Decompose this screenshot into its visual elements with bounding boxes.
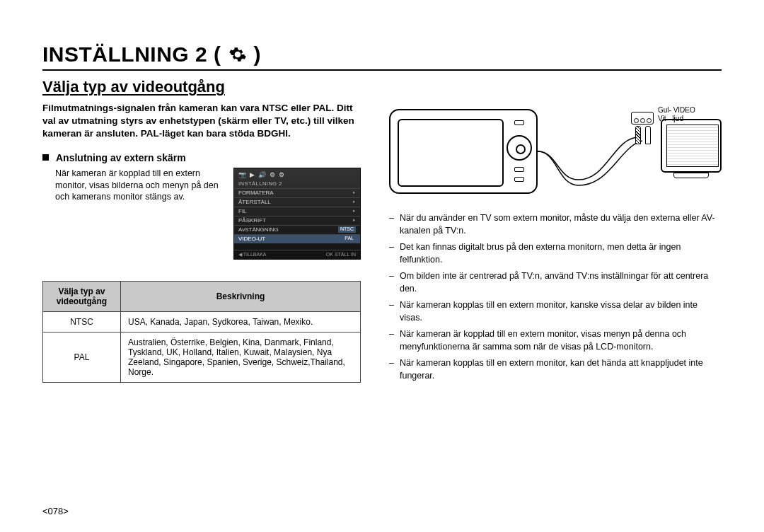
chapter-title-suffix: ) (254, 42, 262, 66)
camera-lcd (398, 119, 504, 187)
menu-item-video-ut: VIDEO-UTPAL (234, 234, 360, 243)
menu-item-aterstall: ÅTERSTÄLL▸ (234, 197, 360, 207)
camera-icon: 📷 (238, 171, 246, 178)
camera-menu-icons: 📷 ▶ 🔊 ⚙ ⚙ (234, 171, 360, 180)
play-icon: ▶ (250, 171, 255, 178)
rca-plug-white (645, 126, 651, 144)
notes-list: –När du använder en TV som extern monito… (389, 212, 722, 382)
subheading: Anslutning av extern skärm (56, 152, 186, 163)
tv-outline (661, 119, 722, 173)
chapter-title-prefix: INSTÄLLNING 2 ( (42, 42, 221, 66)
menu-item-avstangning: AvSTÄNGNINGNTSC (234, 225, 360, 234)
camera-footer-ok: OK STÄLL IN (326, 252, 356, 258)
rca-plug-yellow (635, 126, 641, 144)
tv-av-ports (631, 112, 654, 125)
table-cell-desc: Australien, Österrike, Belgien, Kina, Da… (121, 332, 361, 382)
camera-footer-back: ◀ TILLBAKA (238, 252, 267, 258)
table-row: NTSC USA, Kanada, Japan, Sydkorea, Taiwa… (43, 311, 361, 332)
list-item: –När du använder en TV som extern monito… (389, 212, 722, 237)
video-output-table: Välja typ av videoutgång Beskrivning NTS… (42, 281, 361, 383)
section-title: Välja typ av videoutgång (42, 78, 722, 96)
table-cell-option: PAL (43, 332, 121, 382)
table-cell-option: NTSC (43, 311, 121, 332)
camera-menu-screenshot: 📷 ▶ 🔊 ⚙ ⚙ INSTÄLLNING 2 FORMATERA▸ ÅTERS… (233, 168, 361, 260)
list-item: –När kameran är kopplad till en extern m… (389, 328, 722, 353)
camera-dpad (507, 135, 532, 161)
tv-stand (673, 173, 709, 178)
camera-button (514, 120, 524, 125)
camera-button (514, 177, 524, 182)
gear-icon: ⚙ (279, 171, 284, 178)
body-text: När kameran är kopplad till en extern mo… (42, 168, 225, 260)
list-item: –När kameran kopplas till en extern moni… (389, 357, 722, 382)
menu-item-formatera: FORMATERA▸ (234, 188, 360, 197)
intro-text: Filmutmatnings-signalen från kameran kan… (42, 102, 361, 141)
menu-item-paskrift: PÅSKRIFT▸ (234, 216, 360, 225)
gear-icon: ⚙ (270, 171, 275, 178)
square-bullet-icon (42, 154, 49, 161)
chapter-title: INSTÄLLNING 2 ( ) (42, 42, 722, 71)
table-header-desc: Beskrivning (121, 281, 361, 311)
camera-outline (389, 109, 538, 194)
list-item: –Om bilden inte är centrerad på TV:n, an… (389, 270, 722, 295)
page-number: <078> (42, 506, 69, 516)
list-item: –Det kan finnas digitalt brus på den ext… (389, 241, 722, 266)
gear-icon (228, 45, 247, 64)
menu-item-fil: FIL▸ (234, 207, 360, 216)
connection-diagram: Gul- VIDEO Vit - ljud (389, 102, 722, 201)
table-cell-desc: USA, Kanada, Japan, Sydkorea, Taiwan, Me… (121, 311, 361, 332)
table-row: PAL Australien, Österrike, Belgien, Kina… (43, 332, 361, 382)
camera-menu-title: INSTÄLLNING 2 (234, 180, 360, 188)
camera-button (514, 167, 524, 172)
av-cable (536, 130, 642, 194)
list-item: –När kameran kopplas till en extern moni… (389, 299, 722, 324)
table-header-type: Välja typ av videoutgång (43, 281, 121, 311)
sound-icon: 🔊 (258, 171, 266, 178)
